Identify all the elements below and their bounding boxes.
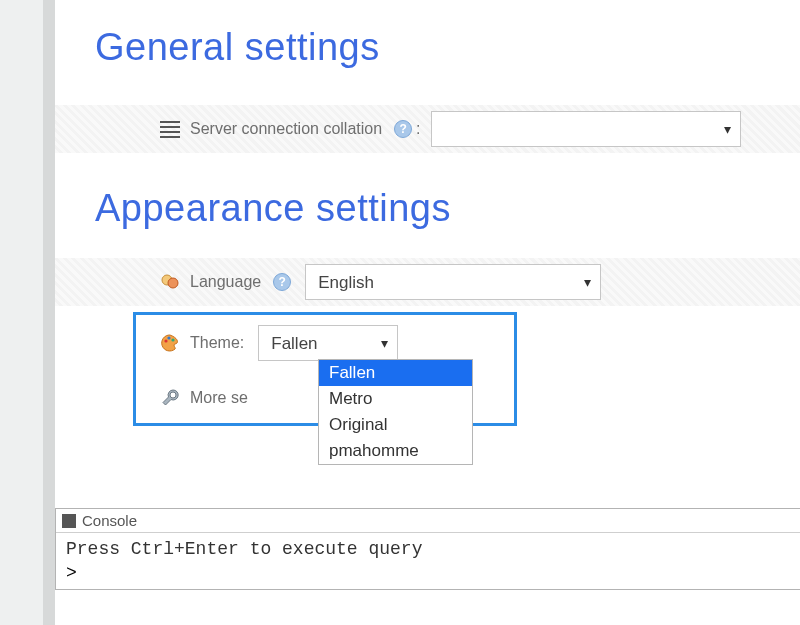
help-icon[interactable]: ?	[273, 273, 291, 291]
help-icon[interactable]: ?	[394, 120, 412, 138]
language-label: Language	[190, 273, 261, 291]
heading-general: General settings	[95, 26, 800, 69]
collation-icon	[160, 119, 180, 139]
console-panel: Console Press Ctrl+Enter to execute quer…	[55, 508, 800, 590]
theme-option[interactable]: Original	[319, 412, 472, 438]
theme-dropdown[interactable]: Fallen Metro Original pmahomme	[318, 359, 473, 465]
left-gutter	[0, 0, 55, 625]
theme-option[interactable]: pmahomme	[319, 438, 472, 464]
console-hint: Press Ctrl+Enter to execute query	[56, 533, 800, 563]
console-prompt[interactable]: >	[56, 563, 800, 589]
svg-point-3	[167, 336, 170, 339]
svg-point-4	[171, 338, 174, 341]
language-icon	[160, 272, 180, 292]
row-language: Language ? English	[55, 258, 800, 306]
colon: :	[416, 120, 420, 138]
svg-point-1	[168, 278, 178, 288]
more-settings-label: More se	[190, 389, 248, 407]
row-collation: Server connection collation ? :	[55, 105, 800, 153]
svg-point-2	[164, 339, 167, 342]
wrench-icon	[160, 388, 180, 408]
console-icon	[62, 514, 76, 528]
theme-icon	[160, 333, 180, 353]
theme-option[interactable]: Fallen	[319, 360, 472, 386]
theme-label: Theme:	[190, 334, 244, 352]
theme-highlight-frame: Theme: Fallen Fallen Metro Original pmah…	[133, 312, 517, 426]
heading-appearance: Appearance settings	[95, 187, 800, 230]
collation-label: Server connection collation	[190, 120, 382, 138]
theme-option[interactable]: Metro	[319, 386, 472, 412]
theme-select[interactable]: Fallen	[258, 325, 398, 361]
console-header[interactable]: Console	[56, 509, 800, 533]
language-select[interactable]: English	[305, 264, 601, 300]
collation-select[interactable]	[431, 111, 741, 147]
console-title: Console	[82, 512, 137, 529]
